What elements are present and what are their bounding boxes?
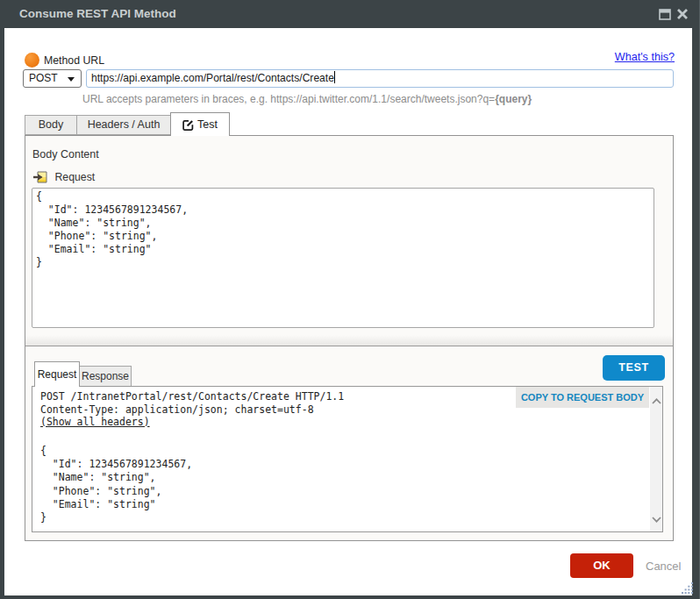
tab-body[interactable]: Body <box>25 115 77 135</box>
output-content-type-line: Content-Type: application/json; charset=… <box>40 403 314 416</box>
ok-button[interactable]: OK <box>570 553 633 578</box>
output-request-body: { "Id": 1234567891234567, "Name": "strin… <box>40 445 192 524</box>
titlebar: Consume REST API Method <box>0 0 700 28</box>
tab-result-request[interactable]: Request <box>34 361 80 387</box>
url-input-value: https://api.example.com/Portal/rest/Cont… <box>91 72 334 84</box>
window-title: Consume REST API Method <box>19 0 176 28</box>
method-url-bullet-icon <box>25 53 39 68</box>
cancel-button[interactable]: Cancel <box>646 560 681 573</box>
method-url-label: Method URL <box>44 54 104 67</box>
method-select[interactable]: POST <box>23 69 82 88</box>
show-all-headers-link[interactable]: (Show all headers) <box>40 416 150 428</box>
whats-this-link[interactable]: What's this? <box>615 51 675 63</box>
url-hint: URL accepts parameters in braces, e.g. h… <box>82 93 532 105</box>
tab-result-response[interactable]: Response <box>79 366 132 386</box>
tab-headers-auth[interactable]: Headers / Auth <box>76 115 171 135</box>
maximize-icon[interactable] <box>659 8 671 24</box>
url-input[interactable]: https://api.example.com/Portal/rest/Cont… <box>86 69 674 88</box>
resize-grip[interactable] <box>682 582 694 598</box>
request-body-textarea[interactable]: { "Id": 1234567891234567, "Name": "strin… <box>32 188 654 328</box>
text-caret <box>334 71 335 83</box>
output-request-line: POST /IntranetPortal/rest/Contacts/Creat… <box>40 390 344 403</box>
tab-test-label: Test <box>197 118 218 131</box>
import-request-icon <box>33 171 47 183</box>
close-icon[interactable] <box>676 8 689 24</box>
scroll-down-icon[interactable] <box>652 510 661 526</box>
output-scrollbar[interactable] <box>650 387 662 531</box>
scroll-up-icon[interactable] <box>652 392 661 408</box>
copy-to-request-body-button[interactable]: COPY TO REQUEST BODY <box>516 387 649 408</box>
select-dropdown-arrow-icon <box>68 77 75 82</box>
request-label-row: Request <box>33 171 95 183</box>
edit-icon <box>182 119 194 131</box>
url-hint-query-placeholder: {query} <box>495 93 532 105</box>
section-divider <box>25 335 673 346</box>
url-hint-text: URL accepts parameters in braces, e.g. h… <box>82 93 495 105</box>
body-content-label: Body Content <box>32 148 99 160</box>
method-select-value: POST <box>29 72 58 84</box>
tab-test[interactable]: Test <box>170 112 230 136</box>
test-button[interactable]: TEST <box>603 355 665 381</box>
request-label: Request <box>54 171 95 183</box>
